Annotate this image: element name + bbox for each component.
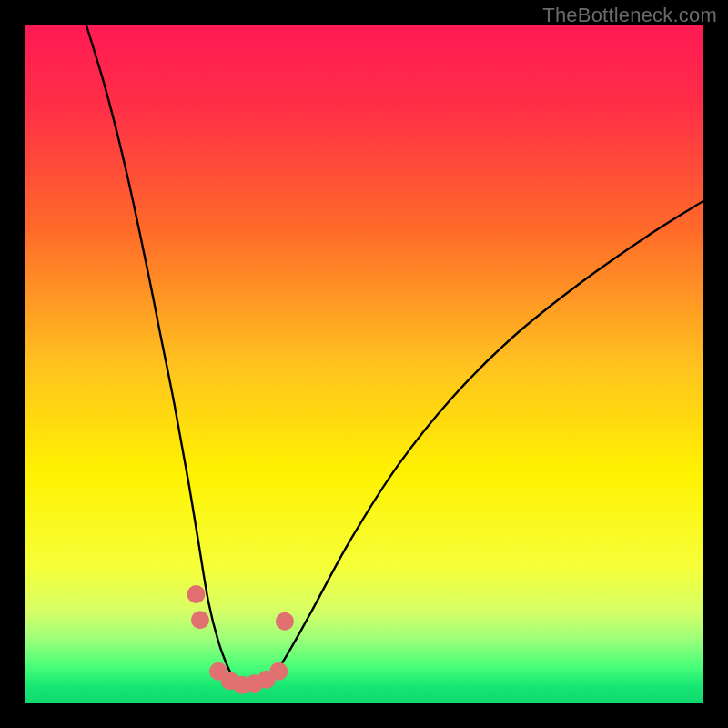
watermark-text: TheBottleneck.com (542, 4, 717, 27)
highlight-dot (269, 662, 288, 681)
plot-area (25, 25, 703, 703)
highlight-dot (187, 585, 205, 603)
outer-frame: TheBottleneck.com (0, 0, 728, 728)
gradient-background (25, 25, 703, 703)
highlight-dot (191, 611, 209, 629)
highlight-dot (276, 612, 294, 631)
chart-svg (25, 25, 703, 703)
